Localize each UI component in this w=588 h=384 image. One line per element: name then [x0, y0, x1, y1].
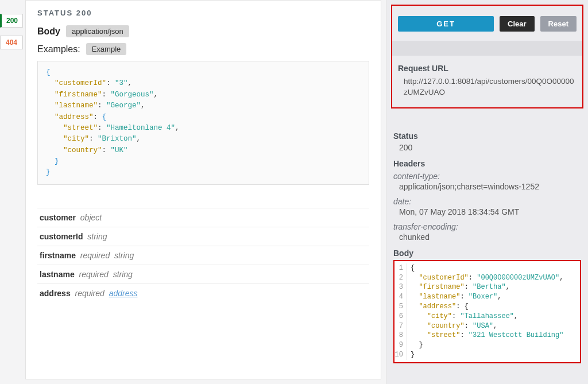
- body-label: Body: [393, 249, 581, 258]
- body-line: 1{: [394, 263, 580, 273]
- body-line: 5 "address": {: [394, 302, 580, 312]
- status-tab-404[interactable]: 404: [0, 36, 23, 49]
- body-line: 10}: [394, 350, 580, 360]
- status-title: STATUS 200: [37, 9, 369, 17]
- clear-button[interactable]: Clear: [500, 16, 535, 32]
- type-link[interactable]: address: [109, 289, 138, 298]
- body-line: 6 "city": "Tallahassee",: [394, 312, 580, 321]
- example-json-block: { "customerId": "3", "firstname": "Gorge…: [37, 61, 369, 185]
- status-tab-200[interactable]: 200: [0, 14, 23, 28]
- example-pill[interactable]: Example: [86, 43, 127, 55]
- headers-label: Headers: [393, 159, 581, 168]
- body-line: 9 }: [394, 340, 580, 350]
- get-button[interactable]: GET: [398, 16, 494, 32]
- reset-button[interactable]: Reset: [540, 16, 577, 32]
- header-value: application/json;charset=windows-1252: [393, 181, 581, 195]
- table-row: customerId string: [37, 227, 369, 246]
- header-value: Mon, 07 May 2018 18:34:54 GMT: [393, 206, 581, 220]
- body-line: 7 "country": "USA",: [394, 321, 580, 331]
- divider-bar: [392, 41, 582, 56]
- body-line: 3 "firstname": "Bertha",: [394, 282, 580, 292]
- body-line: 4 "lastname": "Boxer",: [394, 292, 580, 302]
- documentation-panel: STATUS 200 Body application/json Example…: [25, 0, 381, 379]
- examples-label: Examples:: [37, 44, 80, 55]
- tryit-panel: GET Clear Reset Request URL http://127.0…: [386, 0, 588, 384]
- request-url-label: Request URL: [398, 64, 577, 73]
- header-value: chunked: [393, 231, 581, 245]
- header-key: date:: [393, 195, 581, 206]
- content-type-pill: application/json: [66, 25, 129, 37]
- header-key: transfer-encoding:: [393, 220, 581, 231]
- body-line: 8 "street": "321 Westcott Building": [394, 331, 580, 340]
- fields-table: customer objectcustomerId stringfirstnam…: [37, 208, 369, 302]
- table-row: firstname required string: [37, 246, 369, 265]
- request-box: GET Clear Reset Request URL http://127.0…: [391, 5, 583, 108]
- table-row: address required address: [37, 284, 369, 302]
- status-label: Status: [393, 131, 581, 141]
- status-value: 200: [393, 142, 581, 156]
- table-row: lastname required string: [37, 265, 369, 284]
- body-label: Body: [37, 26, 60, 37]
- response-body-box: 1{2 "customerId": "00Q0O00000zUMZvUAO",3…: [393, 260, 581, 363]
- body-line: 2 "customerId": "00Q0O00000zUMZvUAO",: [394, 273, 580, 283]
- table-row: customer object: [37, 208, 369, 227]
- response-panel: Status 200 Headers content-type:applicat…: [386, 128, 588, 384]
- request-url-value: http://127.0.0.1:8081/api/customers/00Q0…: [398, 75, 577, 102]
- header-key: content-type:: [393, 169, 581, 181]
